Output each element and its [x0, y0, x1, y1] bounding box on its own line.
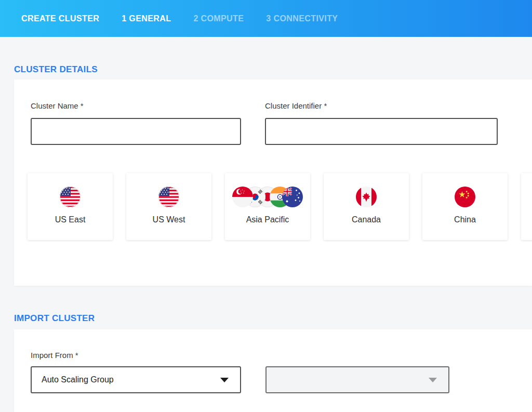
- cluster-details-title: CLUSTER DETAILS: [14, 64, 532, 74]
- import-cluster-panel: Import From * Auto Scaling Group: [14, 329, 532, 412]
- us-flag-icon: [158, 187, 179, 207]
- region-card-asia-pacific[interactable]: Asia Pacific: [225, 173, 310, 240]
- region-card-canada[interactable]: Canada: [324, 173, 409, 240]
- chevron-down-icon: [220, 378, 229, 382]
- region-label: US East: [55, 215, 86, 224]
- cluster-name-input[interactable]: [31, 118, 241, 145]
- region-selector: US East: [28, 173, 532, 240]
- cluster-identifier-label: Cluster Identifier *: [265, 101, 498, 110]
- region-label: Asia Pacific: [246, 215, 289, 224]
- region-label: Canada: [352, 215, 381, 224]
- region-card-china[interactable]: China: [422, 173, 508, 240]
- region-label: China: [454, 215, 476, 224]
- cluster-identifier-input[interactable]: [265, 118, 498, 145]
- tab-compute[interactable]: 2 COMPUTE: [193, 14, 244, 23]
- region-label: US West: [153, 215, 185, 224]
- region-card-us-east[interactable]: US East: [28, 173, 113, 240]
- china-flag-icon: [455, 187, 475, 207]
- import-from-select[interactable]: Auto Scaling Group: [31, 366, 241, 393]
- tab-connectivity[interactable]: 3 CONNECTIVITY: [266, 14, 338, 23]
- import-from-selected-value: Auto Scaling Group: [42, 375, 114, 384]
- import-source-select[interactable]: [265, 366, 449, 393]
- import-from-label: Import From *: [31, 351, 532, 360]
- import-cluster-title: IMPORT CLUSTER: [14, 313, 532, 323]
- canada-flag-icon: [356, 187, 377, 207]
- chevron-down-icon: [429, 378, 437, 382]
- wizard-header: CREATE CLUSTER 1 GENERAL 2 COMPUTE 3 CON…: [0, 0, 532, 37]
- page-title: CREATE CLUSTER: [21, 14, 99, 23]
- us-flag-icon: [60, 187, 81, 207]
- cluster-details-panel: Cluster Name * Cluster Identifier *: [14, 79, 532, 286]
- region-card-us-west[interactable]: US West: [126, 173, 211, 240]
- cluster-name-label: Cluster Name *: [31, 101, 241, 110]
- asia-pacific-flags-icon: [232, 187, 303, 207]
- region-card-partial[interactable]: [521, 173, 532, 240]
- tab-general[interactable]: 1 GENERAL: [122, 14, 171, 23]
